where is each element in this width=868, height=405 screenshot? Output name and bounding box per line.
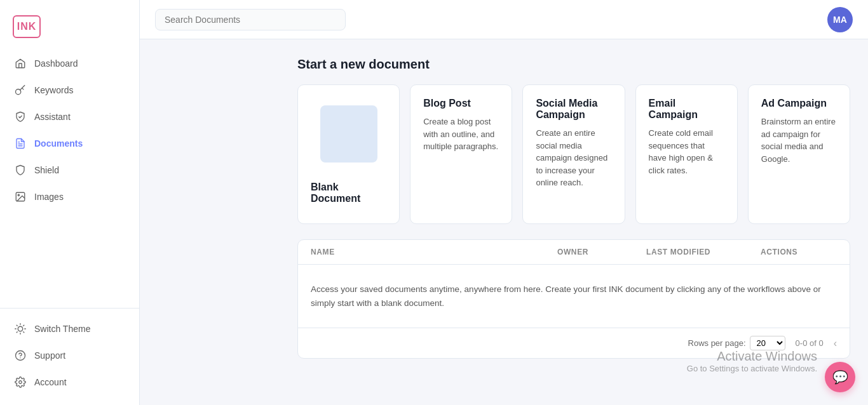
card-ad-campaign[interactable]: Ad Campaign Brainstorm an entire ad camp… <box>748 84 850 224</box>
table-empty-message: Access your saved documents anytime, any… <box>298 265 850 328</box>
avatar[interactable]: MA <box>827 7 853 32</box>
help-circle-icon <box>14 349 27 362</box>
key-icon <box>14 84 27 96</box>
card-title-blog: Blog Post <box>423 98 471 109</box>
svg-point-16 <box>19 381 22 384</box>
main-content: Start a new document Blank Document Blog… <box>280 39 868 405</box>
chat-bubble[interactable]: 💬 <box>825 362 855 392</box>
nav-items: Dashboard Keywords Assistant <box>0 51 139 303</box>
topbar: MA <box>140 0 868 39</box>
sidebar-label-support: Support <box>34 350 65 361</box>
settings-icon <box>14 376 27 388</box>
blank-doc-thumb <box>320 105 377 163</box>
col-actions: Actions <box>761 248 837 256</box>
sidebar-label-shield: Shield <box>34 165 59 175</box>
card-desc-email: Create cold email sequences that have hi… <box>649 127 724 176</box>
card-title-email: Email Campaign <box>649 98 724 121</box>
table-footer: Rows per page: 20 50 100 0-0 of 0 ‹ <box>298 328 850 358</box>
col-owner: Owner <box>557 248 646 256</box>
sidebar-item-keywords[interactable]: Keywords <box>6 77 133 103</box>
documents-table: Name Owner Last Modified Actions Access … <box>297 239 850 359</box>
svg-line-13 <box>24 325 24 326</box>
shield-icon <box>14 164 27 176</box>
card-grid: Blank Document Blog Post Create a blog p… <box>297 84 850 224</box>
card-desc-social: Create an entire social media campaign d… <box>536 127 611 189</box>
card-desc-ad: Brainstorm an entire ad campaign for soc… <box>761 116 837 165</box>
card-title-blank: Blank Document <box>311 182 386 204</box>
sidebar-label-switch-theme: Switch Theme <box>34 324 90 334</box>
svg-line-8 <box>17 325 17 326</box>
sidebar-item-images[interactable]: Images <box>6 184 133 209</box>
svg-point-5 <box>18 326 23 331</box>
rows-per-page-label: Rows per page: <box>688 338 746 348</box>
section-title: Start a new document <box>297 57 850 72</box>
card-blog-post[interactable]: Blog Post Create a blog post with an out… <box>410 84 512 224</box>
pagination-info: 0-0 of 0 <box>796 338 824 348</box>
svg-point-14 <box>16 351 25 361</box>
sidebar-label-keywords: Keywords <box>34 85 73 95</box>
sun-icon <box>14 322 27 335</box>
svg-point-4 <box>18 194 19 196</box>
home-icon <box>14 57 27 70</box>
card-blank-document[interactable]: Blank Document <box>297 84 400 224</box>
search-input[interactable] <box>155 9 346 30</box>
sidebar-label-images: Images <box>34 192 64 202</box>
sidebar-item-switch-theme[interactable]: Switch Theme <box>6 316 133 342</box>
card-email-campaign[interactable]: Email Campaign Create cold email sequenc… <box>635 84 738 224</box>
sidebar-item-account[interactable]: Account <box>6 369 133 395</box>
sidebar-item-dashboard[interactable]: Dashboard <box>6 51 133 76</box>
card-title-ad: Ad Campaign <box>761 98 827 109</box>
image-icon <box>14 190 27 203</box>
assistant-icon <box>14 110 27 123</box>
table-header: Name Owner Last Modified Actions <box>298 240 850 265</box>
pagination-prev[interactable]: ‹ <box>834 338 837 349</box>
sidebar-label-account: Account <box>34 377 67 387</box>
sidebar-item-support[interactable]: Support <box>6 343 133 368</box>
card-social-media[interactable]: Social Media Campaign Create an entire s… <box>522 84 625 224</box>
sidebar-bottom: Switch Theme Support Account <box>0 308 139 395</box>
file-icon <box>14 137 27 150</box>
rows-per-page: Rows per page: 20 50 100 <box>688 336 785 350</box>
sidebar-label-dashboard: Dashboard <box>34 58 78 69</box>
chat-icon: 💬 <box>832 369 848 385</box>
card-title-social: Social Media Campaign <box>536 98 611 121</box>
col-name: Name <box>311 248 557 256</box>
col-last-modified: Last Modified <box>646 248 761 256</box>
sidebar-label-assistant: Assistant <box>34 112 71 122</box>
sidebar-item-documents[interactable]: Documents <box>6 131 133 156</box>
logo-container: INK <box>0 10 139 51</box>
svg-line-12 <box>17 332 17 333</box>
sidebar-label-documents: Documents <box>34 138 83 149</box>
svg-line-9 <box>24 332 24 333</box>
sidebar-item-shield[interactable]: Shield <box>6 157 133 183</box>
card-desc-blog: Create a blog post with an outline, and … <box>423 116 499 153</box>
logo[interactable]: INK <box>13 15 41 38</box>
rows-per-page-select[interactable]: 20 50 100 <box>750 336 785 350</box>
sidebar-item-assistant[interactable]: Assistant <box>6 104 133 129</box>
sidebar: INK Dashboard Keywords <box>0 0 140 405</box>
